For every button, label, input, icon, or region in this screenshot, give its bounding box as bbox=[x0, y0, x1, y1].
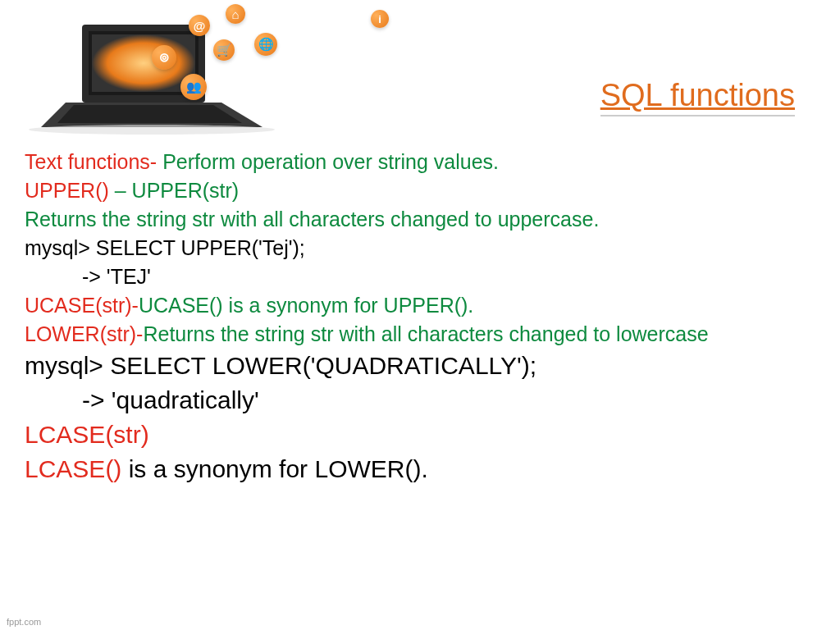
svg-point-5 bbox=[29, 125, 275, 135]
lcase-func: LCASE() bbox=[25, 455, 129, 482]
upper-signature: – UPPER(str) bbox=[115, 179, 239, 202]
cart-icon: 🛒 bbox=[213, 39, 235, 61]
laptop-graphic: @ ⌂ 🛒 🌐 ⊚ 👥 i bbox=[16, 0, 295, 131]
lower-label: LOWER(str)- bbox=[25, 322, 143, 345]
page-title: SQL functions bbox=[600, 78, 795, 116]
line-upper: UPPER() – UPPER(str) bbox=[25, 176, 815, 205]
lcase-desc: is a synonym for LOWER(). bbox=[129, 455, 428, 482]
lcase-line: LCASE() is a synonym for LOWER(). bbox=[25, 452, 815, 486]
ucase-label: UCASE(str)- bbox=[25, 294, 139, 317]
footer-watermark: fppt.com bbox=[7, 617, 41, 627]
info-icon: i bbox=[371, 10, 389, 28]
lower-desc: Returns the string str with all characte… bbox=[143, 322, 708, 345]
line-text-functions: Text functions- Perform operation over s… bbox=[25, 148, 815, 176]
svg-marker-4 bbox=[57, 105, 242, 123]
laptop-icon bbox=[16, 0, 295, 135]
upper-desc: Returns the string str with all characte… bbox=[25, 205, 815, 234]
network-icon: ⊚ bbox=[152, 45, 176, 70]
globe-icon: 🌐 bbox=[254, 33, 277, 56]
home-icon: ⌂ bbox=[226, 4, 245, 24]
svg-rect-2 bbox=[92, 34, 195, 92]
text-functions-label: Text functions- bbox=[25, 150, 157, 173]
upper-label: UPPER() bbox=[25, 179, 115, 202]
at-icon: @ bbox=[189, 15, 210, 36]
line-lower: LOWER(str)-Returns the string str with a… bbox=[25, 320, 815, 349]
lower-example-result: -> 'quadratically' bbox=[82, 383, 815, 418]
upper-example-query: mysql> SELECT UPPER('Tej'); bbox=[25, 234, 815, 262]
people-icon: 👥 bbox=[180, 74, 207, 100]
upper-example-result: -> 'TEJ' bbox=[82, 262, 815, 291]
lcase-label: LCASE(str) bbox=[25, 418, 815, 452]
lower-example-query: mysql> SELECT LOWER('QUADRATICALLY'); bbox=[25, 349, 815, 383]
slide-content: Text functions- Perform operation over s… bbox=[25, 148, 815, 486]
ucase-desc: UCASE() is a synonym for UPPER(). bbox=[139, 294, 473, 317]
line-ucase: UCASE(str)-UCASE() is a synonym for UPPE… bbox=[25, 291, 815, 320]
text-functions-desc: Perform operation over string values. bbox=[157, 150, 499, 173]
